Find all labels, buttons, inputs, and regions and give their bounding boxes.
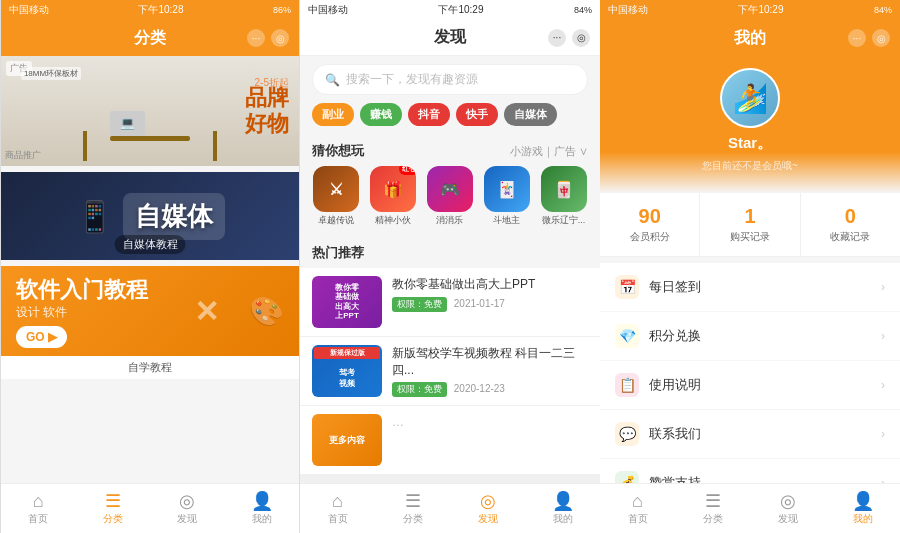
profile-name: Star。 [728,134,772,153]
tab-home-2[interactable]: ⌂ 首页 [300,484,375,533]
more-icon-2[interactable]: ··· [548,29,566,47]
time-1: 下午10:28 [138,3,183,17]
hot-label: 热门推荐 [312,244,364,262]
banner-title: 品牌 好物 [245,85,289,138]
rec-item-more[interactable]: 更多内容 … [300,406,600,474]
tab-category-2[interactable]: ☰ 分类 [375,484,450,533]
mine-icon-2: 👤 [552,492,574,510]
profile-header: 🏄 Star。 您目前还不是会员哦~ [600,56,900,193]
contact-icon: 💬 [615,422,639,446]
menu-help[interactable]: 📋 使用说明 › [600,361,900,410]
game-weile[interactable]: 🀄 微乐辽宁... [539,166,588,226]
battery-1: 86% [273,5,291,15]
menu-text-help: 使用说明 [649,376,871,394]
avatar: 🏄 [720,68,780,128]
tab-discover-2[interactable]: ◎ 发现 [450,484,525,533]
games-row: ⚔ 卓越传说 🎁 红包 精神小伙 🎮 消消乐 🃏 [300,166,600,236]
search-input[interactable]: 🔍 搜索一下，发现有趣资源 [312,64,588,95]
menu-exchange[interactable]: 💎 积分兑换 › [600,312,900,361]
stat-favorites[interactable]: 0 收藏记录 [801,193,900,256]
phone-categories: 中国移动 下午10:28 86% 分类 ··· ◎ 广告 18MM环保板材 [0,0,300,533]
menu-list: 📅 每日签到 › 💎 积分兑换 › 📋 使用说明 › 💬 联系我们 › 💰 [600,263,900,483]
tag-zhuanqian[interactable]: 赚钱 [360,103,402,126]
cat-item-software[interactable]: 软件入门教程 设计 软件 GO ▶ ✕ 🎨 [1,266,299,356]
more-icon-3[interactable]: ··· [848,29,866,47]
zimeiti-label: 自媒体教程 [115,235,186,254]
tab-mine-2[interactable]: 👤 我的 [525,484,600,533]
more-icon-1[interactable]: ··· [247,29,265,47]
rec-thumb-more: 更多内容 [312,414,382,466]
x-decoration: ✕ [194,294,219,329]
tab-home-label-1: 首页 [28,512,48,526]
phone-discover: 中国移动 下午10:29 84% 发现 ··· ◎ 🔍 搜索一下，发现有趣资源 … [300,0,600,533]
home-icon-1: ⌂ [33,492,44,510]
categories-content: 广告 18MM环保板材 💻 品牌 好物 2-5折起 商品推广 [1,56,299,483]
tag-fuye[interactable]: 副业 [312,103,354,126]
game-avatar-zhuoyue: ⚔ [313,166,359,212]
rec-title-driving: 新版驾校学车视频教程 科目一二三四... [392,345,588,379]
tab-category-1[interactable]: ☰ 分类 [76,484,151,533]
stats-row: 90 会员积分 1 购买记录 0 收藏记录 [600,193,900,257]
tab-mine-1[interactable]: 👤 我的 [225,484,300,533]
carrier-2: 中国移动 [308,3,348,17]
guess-label: 猜你想玩 [312,142,364,160]
tab-home-label-2: 首页 [328,512,348,526]
game-avatar-xiaoxiao: 🎮 [427,166,473,212]
game-xiaoxiao[interactable]: 🎮 消消乐 [426,166,475,226]
design-icon: 🎨 [249,295,284,328]
menu-text-exchange: 积分兑换 [649,327,871,345]
cat-item-zimeiti[interactable]: 📱 自媒体 自媒体教程 [1,172,299,260]
banner-ad[interactable]: 广告 18MM环保板材 💻 品牌 好物 2-5折起 商品推广 [1,56,299,166]
tag-douyin[interactable]: 抖音 [408,103,450,126]
search-placeholder: 搜索一下，发现有趣资源 [346,71,478,88]
go-button[interactable]: GO ▶ [16,326,67,348]
stat-label-points: 会员积分 [630,230,670,244]
tab-mine-3[interactable]: 👤 我的 [825,484,900,533]
status-bar-3: 中国移动 下午10:29 84% [600,0,900,20]
target-icon-1[interactable]: ◎ [271,29,289,47]
carrier-3: 中国移动 [608,3,648,17]
stat-points[interactable]: 90 会员积分 [600,193,700,256]
nav-icons-1: ··· ◎ [247,29,289,47]
tab-home-3[interactable]: ⌂ 首页 [600,484,675,533]
tag-zimeiti[interactable]: 自媒体 [504,103,557,126]
game-jingsheng[interactable]: 🎁 红包 精神小伙 [369,166,418,226]
target-icon-3[interactable]: ◎ [872,29,890,47]
rec-thumb-driving: 新规保过版 驾考 视频 [312,345,382,397]
hot-section-title: 热门推荐 [300,236,600,268]
game-avatar-weile: 🀄 [541,166,587,212]
stat-purchases[interactable]: 1 购买记录 [700,193,800,256]
menu-appreciate[interactable]: 💰 赞赏支持 › [600,459,900,483]
self-study-label: 自学教程 [1,356,299,379]
tab-discover-3[interactable]: ◎ 发现 [750,484,825,533]
guess-sub: 小游戏｜广告 ∨ [510,144,588,159]
tab-bar-3: ⌂ 首页 ☰ 分类 ◎ 发现 👤 我的 [600,483,900,533]
tab-category-3[interactable]: ☰ 分类 [675,484,750,533]
nav-icons-2: ··· ◎ [548,29,590,47]
rec-badge-ppt: 权限：免费 [392,297,447,312]
time-3: 下午10:29 [738,3,783,17]
menu-signin[interactable]: 📅 每日签到 › [600,263,900,312]
sw-sub: 设计 软件 [16,304,148,321]
search-area: 🔍 搜索一下，发现有趣资源 [300,56,600,103]
target-icon-2[interactable]: ◎ [572,29,590,47]
menu-text-contact: 联系我们 [649,425,871,443]
status-bar-2: 中国移动 下午10:29 84% [300,0,600,20]
game-zhuoyue[interactable]: ⚔ 卓越传说 [312,166,361,226]
game-doudizhu[interactable]: 🃏 斗地主 [482,166,531,226]
rec-meta-ppt: 权限：免费 2021-01-17 [392,297,588,312]
game-avatar-doudizhu: 🃏 [484,166,530,212]
arrow-help: › [881,378,885,392]
game-avatar-jingsheng: 🎁 红包 [370,166,416,212]
category-icon-3: ☰ [705,492,721,510]
status-bar-1: 中国移动 下午10:28 86% [1,0,299,20]
menu-contact[interactable]: 💬 联系我们 › [600,410,900,459]
rec-item-ppt[interactable]: 教你零 基础做 出高大 上PPT 教你零基础做出高大上PPT 权限：免费 202… [300,268,600,336]
tag-kuaishou[interactable]: 快手 [456,103,498,126]
rec-item-driving[interactable]: 新规保过版 驾考 视频 新版驾校学车视频教程 科目一二三四... 权限：免费 2… [300,337,600,406]
tab-discover-1[interactable]: ◎ 发现 [150,484,225,533]
category-icon-1: ☰ [105,492,121,510]
tab-bar-2: ⌂ 首页 ☰ 分类 ◎ 发现 👤 我的 [300,483,600,533]
arrow-appreciate: › [881,476,885,483]
tab-home-1[interactable]: ⌂ 首页 [1,484,76,533]
